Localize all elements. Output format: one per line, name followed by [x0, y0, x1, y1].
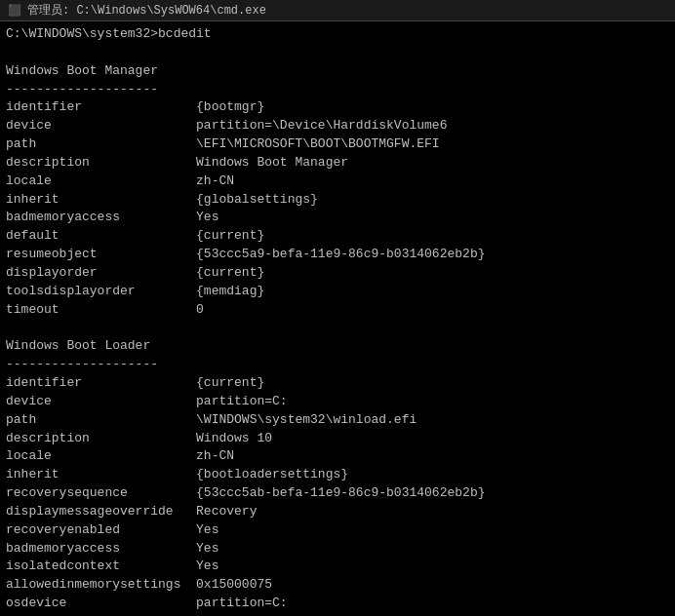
table-row: resumeobject {53ccc5a9-befa-11e9-86c9-b0… — [6, 247, 485, 261]
table-row: identifier {bootmgr} — [6, 99, 264, 114]
table-row: badmemoryaccess Yes — [6, 210, 218, 224]
table-row: osdevice partition=C: — [6, 596, 288, 610]
table-row: recoverysequence {53ccc5ab-befa-11e9-86c… — [6, 485, 485, 500]
table-row: allowedinmemorysettings 0x15000075 — [6, 577, 272, 592]
table-row: description Windows Boot Manager — [6, 155, 348, 170]
table-row: isolatedcontext Yes — [6, 558, 218, 573]
table-row: locale zh-CN — [6, 448, 234, 463]
title-label: 管理员: C:\Windows\SysWOW64\cmd.exe — [27, 2, 266, 19]
table-row: description Windows 10 — [6, 431, 272, 445]
table-row: device partition=C: — [6, 394, 288, 408]
table-row: badmemoryaccess Yes — [6, 541, 218, 556]
title-bar: ⬛ 管理员: C:\Windows\SysWOW64\cmd.exe — [0, 0, 675, 21]
table-row: recoveryenabled Yes — [6, 522, 218, 537]
table-row: path \EFI\MICROSOFT\BOOT\BOOTMGFW.EFI — [6, 136, 440, 151]
table-row: identifier {current} — [6, 375, 264, 390]
table-row: path \WINDOWS\system32\winload.efi — [6, 412, 417, 427]
section-separator: -------------------- — [6, 82, 158, 96]
table-row: locale zh-CN — [6, 173, 234, 188]
table-row: device partition=\Device\HarddiskVolume6 — [6, 118, 447, 133]
cmd-icon: ⬛ — [8, 4, 21, 17]
section-separator: -------------------- — [6, 357, 158, 371]
table-row: inherit {bootloadersettings} — [6, 467, 348, 481]
table-row: timeout 0 — [6, 302, 204, 317]
table-row: toolsdisplayorder {memdiag} — [6, 284, 264, 298]
terminal: C:\WINDOWS\system32>bcdedit Windows Boot… — [0, 21, 675, 616]
table-row: inherit {globalsettings} — [6, 192, 318, 207]
table-row: default {current} — [6, 228, 264, 243]
table-row: displayorder {current} — [6, 265, 264, 280]
table-row: displaymessageoverride Recovery — [6, 504, 257, 519]
section-heading: Windows Boot Manager — [6, 63, 158, 78]
section-heading: Windows Boot Loader — [6, 338, 150, 353]
prompt: C:\WINDOWS\system32>bcdedit — [6, 26, 212, 41]
